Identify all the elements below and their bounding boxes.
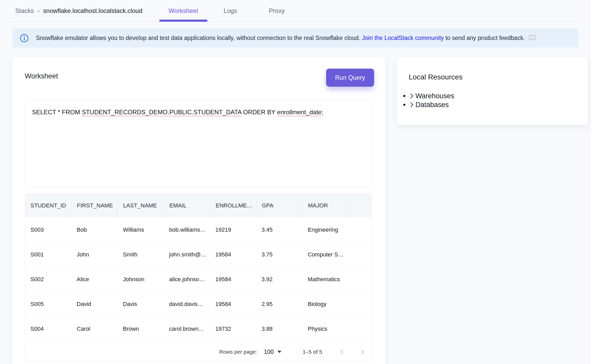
sql-editor[interactable]: SELECT * FROM STUDENT_RECORDS_DEMO.PUBLI… xyxy=(25,100,373,187)
cell-major: Computer S… xyxy=(302,242,349,267)
cell-empty xyxy=(349,317,372,341)
cell-last-name: Johnson xyxy=(117,267,164,292)
top-navigation-bar: Stacks › snowflake.localhost.localstack.… xyxy=(0,0,591,22)
cell-last-name: Davis xyxy=(117,292,164,316)
chevron-left-icon xyxy=(339,349,345,355)
column-header-gpa[interactable]: GPA xyxy=(256,194,302,217)
cell-student-id: S004 xyxy=(25,317,71,341)
cell-student-id: S002 xyxy=(25,267,71,292)
cell-last-name: Brown xyxy=(117,317,164,341)
cell-student-id: S005 xyxy=(25,292,71,316)
info-banner-text: Snowflake emulator allows you to develop… xyxy=(36,35,536,42)
cell-empty xyxy=(349,242,372,267)
table-row[interactable]: S004 Carol Brown carol.brown… 19732 3.88… xyxy=(25,317,372,341)
local-resources-panel: Local Resources Warehouses Databases xyxy=(397,58,588,125)
rows-per-page-value: 100 xyxy=(264,349,274,355)
table-row[interactable]: S002 Alice Johnson alice.johnso… 19584 3… xyxy=(25,267,372,292)
resource-item-warehouses[interactable]: Warehouses xyxy=(397,92,588,100)
table-row[interactable]: S005 David Davis david.davis… 19584 2.95… xyxy=(25,292,372,317)
rows-per-page-select[interactable]: 100 xyxy=(264,349,281,355)
cell-first-name: Alice xyxy=(71,267,117,292)
breadcrumb-current-stack: snowflake.localhost.localstack.cloud xyxy=(43,7,142,14)
list-bullet xyxy=(403,104,405,106)
previous-page-button[interactable] xyxy=(336,346,348,358)
chevron-right-icon xyxy=(409,93,414,99)
active-tab-indicator xyxy=(159,20,207,22)
table-row[interactable]: S003 Bob Williams bob.williams… 19219 3.… xyxy=(25,217,372,242)
cell-empty xyxy=(349,217,372,242)
column-header-empty xyxy=(349,194,372,217)
run-query-button[interactable]: Run Query xyxy=(326,69,374,87)
cell-gpa: 2.95 xyxy=(256,292,302,316)
cell-gpa: 3.75 xyxy=(256,242,302,267)
cell-first-name: John xyxy=(71,242,117,267)
cell-email: david.davis… xyxy=(164,292,210,316)
cell-first-name: Bob xyxy=(71,217,117,242)
next-page-button[interactable] xyxy=(357,346,368,358)
sql-segment: SELECT * FROM xyxy=(32,109,82,116)
sql-segment: ORDER BY xyxy=(241,109,277,116)
banner-message-after: to send any product feedback. xyxy=(444,35,527,42)
cell-last-name: Williams xyxy=(117,217,164,242)
worksheet-panel: Worksheet Run Query SELECT * FROM STUDEN… xyxy=(12,58,385,364)
pagination-bar: Rows per page: 100 1–5 of 5 xyxy=(25,341,372,361)
column-header-student-id[interactable]: STUDENT_ID xyxy=(25,194,71,217)
cell-enrollment: 19732 xyxy=(210,317,256,341)
cell-student-id: S001 xyxy=(25,242,71,267)
cell-empty xyxy=(349,267,372,292)
speech-bubble-icon xyxy=(529,35,536,42)
worksheet-title: Worksheet xyxy=(25,72,58,80)
sql-segment-order-col: enrollment_date xyxy=(277,109,321,116)
breadcrumb-separator: › xyxy=(37,7,40,14)
cell-first-name: David xyxy=(71,292,117,316)
cell-email: alice.johnso… xyxy=(164,267,210,292)
breadcrumb-stacks-link[interactable]: Stacks xyxy=(15,7,34,14)
results-header-row: STUDENT_ID FIRST_NAME LAST_NAME EMAIL EN… xyxy=(25,194,372,217)
column-header-first-name[interactable]: FIRST_NAME xyxy=(71,194,117,217)
banner-message: Snowflake emulator allows you to develop… xyxy=(36,35,362,42)
cell-email: john.smith@… xyxy=(164,242,210,267)
tab-worksheet[interactable]: Worksheet xyxy=(159,0,207,22)
column-header-enrollment[interactable]: ENROLLME… xyxy=(210,194,256,217)
cell-major: Biology xyxy=(302,292,349,316)
table-row[interactable]: S001 John Smith john.smith@… 19584 3.75 … xyxy=(25,242,372,267)
cell-enrollment: 19584 xyxy=(210,242,256,267)
breadcrumb: Stacks › snowflake.localhost.localstack.… xyxy=(15,0,142,22)
dropdown-arrow-icon xyxy=(277,351,281,353)
cell-email: carol.brown… xyxy=(164,317,210,341)
resource-item-databases[interactable]: Databases xyxy=(397,100,588,109)
chevron-right-icon xyxy=(409,102,414,108)
results-data-grid: STUDENT_ID FIRST_NAME LAST_NAME EMAIL EN… xyxy=(25,193,372,361)
tab-proxy[interactable]: Proxy xyxy=(259,0,295,22)
cell-first-name: Carol xyxy=(71,317,117,341)
info-banner: Snowflake emulator allows you to develop… xyxy=(12,29,578,47)
cell-enrollment: 19584 xyxy=(210,292,256,316)
sql-segment-table-ref: STUDENT_RECORDS_DEMO.PUBLIC.STUDENT_DATA xyxy=(82,109,241,116)
tab-logs[interactable]: Logs xyxy=(215,0,246,22)
pagination-range: 1–5 of 5 xyxy=(303,349,322,355)
list-bullet xyxy=(403,95,405,97)
cell-empty xyxy=(349,292,372,316)
local-resources-title: Local Resources xyxy=(409,73,463,81)
cell-last-name: Smith xyxy=(117,242,164,267)
cell-enrollment: 19219 xyxy=(210,217,256,242)
cell-major: Physics xyxy=(302,317,349,341)
cell-gpa: 3.92 xyxy=(256,267,302,292)
cell-gpa: 3.45 xyxy=(256,217,302,242)
local-resources-list: Warehouses Databases xyxy=(397,92,588,109)
cell-major: Engineering xyxy=(302,217,349,242)
resource-item-label: Warehouses xyxy=(415,92,454,100)
localstack-community-link[interactable]: Join the LocalStack community xyxy=(362,35,444,42)
cell-email: bob.williams… xyxy=(164,217,210,242)
cell-major: Mathematics xyxy=(302,267,349,292)
column-header-last-name[interactable]: LAST_NAME xyxy=(117,194,164,217)
cell-student-id: S003 xyxy=(25,217,71,242)
resource-item-label: Databases xyxy=(415,101,449,109)
column-header-email[interactable]: EMAIL xyxy=(164,194,210,217)
cell-gpa: 3.88 xyxy=(256,317,302,341)
topbar-divider xyxy=(10,22,581,22)
chevron-right-icon xyxy=(359,349,366,355)
column-header-major[interactable]: MAJOR xyxy=(302,194,349,217)
rows-per-page-label: Rows per page: xyxy=(219,349,257,355)
sql-segment: ; xyxy=(321,109,323,116)
